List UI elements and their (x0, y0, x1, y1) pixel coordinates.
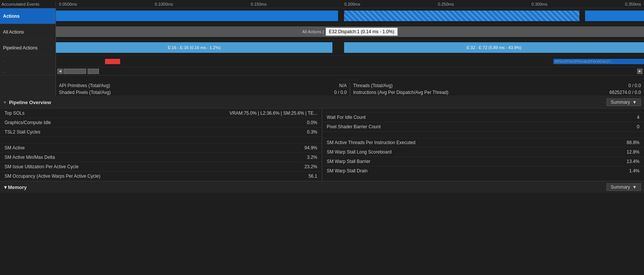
pipeline-pixel-barrier-row: Pixel Shader Barrier Count 0 (322, 122, 644, 132)
pipelined-content[interactable]: E:16 - E:16 (0.16 ms - 1.2%) E:32 - E:72… (56, 40, 644, 55)
pipeline-sm-issue-row: SM Issue Utilization Per Active Cycle 23… (0, 162, 322, 172)
mini-row: • RTVx:DTVx:DTVx:44:DTVx:DCVx:(?... (0, 56, 644, 67)
all-actions-content[interactable]: All Actions ( E32:Dispatch:1 (0.14 ms - … (56, 24, 644, 40)
all-actions-bar-text: All Actions ( (302, 29, 324, 34)
pipeline-tsl2-row: TSL2 Stall Cycles 0.3% (0, 128, 322, 137)
all-actions-bar: All Actions ( E32:Dispatch:1 (0.14 ms - … (56, 26, 644, 37)
actions-bar-striped (344, 11, 579, 21)
stat-api-primitives: API Primitives (Total/Avg) N/A (56, 82, 350, 89)
tick-5: 0.250ms (438, 2, 454, 6)
stats-grid: API Primitives (Total/Avg) N/A Shaded Pi… (56, 82, 644, 96)
pipeline-sm-delta-row: SM Active Min/Max Delta 3.2% (0, 153, 322, 162)
stat-threads: Threads (Total/Avg) 0 / 0.0 (350, 82, 644, 89)
actions-bar-solid (56, 11, 338, 21)
scrollbar-label: ... (0, 67, 56, 75)
pipeline-chevron-icon: ▼ (3, 100, 7, 104)
stats-left-label (0, 75, 56, 96)
actions-row: Actions (0, 8, 644, 24)
stat-shaded-pixels: Shaded Pixels (Total/Avg) 0 / 0.0 (56, 89, 350, 96)
pipeline-summary-dropdown[interactable]: Summary ▼ (607, 98, 641, 106)
actions-label[interactable]: Actions (0, 8, 56, 24)
pipeline-bar-2: E:32 - E:72 (5.89 ms - 43.9%) (344, 42, 644, 53)
memory-dropdown-chevron-icon: ▼ (632, 184, 637, 190)
pipeline-gfx-idle-row: Graphics/Compute Idle 0.0% (0, 118, 322, 128)
mini-red-bar (105, 59, 120, 64)
scroll-left-btn[interactable]: ◀ (57, 69, 63, 74)
pipeline-section-title: Pipeline Overview (9, 100, 51, 105)
mini-row-content: RTVx:DTVx:DTVx:44:DTVx:DCVx:(?... (56, 56, 644, 67)
scroll-thumb[interactable] (63, 69, 86, 74)
stats-container: ....... API Primitives (Total/Avg) N/A S… (0, 75, 644, 96)
actions-bar-right (585, 11, 644, 21)
pipeline-sm-occupancy-row: SM Occupancy (Active Warps Per Active Cy… (0, 172, 322, 181)
pipeline-sm-warp-barrier-row: SM Warp Stall Barrier 13.4% (322, 157, 644, 166)
pipeline-sm-active-row: SM Active 94.9% (0, 143, 322, 153)
pipeline-bar-1: E:16 - E:16 (0.16 ms - 1.2%) (56, 42, 332, 53)
tick-3: 0.150ms (251, 2, 267, 6)
tick-6: 0.300ms (531, 2, 547, 6)
tick-1: 0.0500ms (59, 2, 77, 6)
mini-blue-bar-right: RTVx:DTVx:DTVx:44:DTVx:DCVx:(?... (553, 59, 644, 64)
timeline-header-label: Accumulated Events (0, 2, 56, 6)
pipeline-left-col: Top SOLs VRAM:75.0% | L2:36.6% | SM:25.6… (0, 109, 322, 181)
pipeline-sm-warp-drain-row: SM Warp Stall Drain 1.4% (322, 166, 644, 175)
timeline-header: Accumulated Events 0.0500ms 0.1000ms 0.1… (0, 0, 644, 8)
pipeline-top-sols-row: Top SOLs VRAM:75.0% | L2:36.6% | SM:25.6… (0, 109, 322, 118)
stats-content: ....... API Primitives (Total/Avg) N/A S… (56, 75, 644, 96)
pipelined-label: Pipelined Actions (0, 40, 56, 55)
scroll-right-btn[interactable]: ▶ (637, 69, 642, 74)
stats-dots: ....... (56, 75, 644, 82)
pipeline-right-spacer-row (322, 132, 644, 138)
tick-4: 0.200ms (344, 2, 360, 6)
timeline-ticks: 0.0500ms 0.1000ms 0.150ms 0.200ms 0.250m… (56, 2, 644, 6)
pipeline-section-header: ▼ Pipeline Overview Summary ▼ (0, 96, 644, 109)
pipeline-sm-threads-row: SM Active Threads Per Instruction Execut… (322, 138, 644, 147)
scrollbar-content[interactable]: ◀ ▶ (56, 67, 644, 75)
pipeline-right-top-sols-row (322, 109, 644, 113)
dispatch-tooltip: E32:Dispatch:1 (0.14 ms - 1.0%) (326, 28, 398, 36)
scroll-right-small-btn[interactable] (88, 69, 99, 74)
pipeline-right-col: Wait For Idle Count 4 Pixel Shader Barri… (322, 109, 644, 181)
stats-left-col: API Primitives (Total/Avg) N/A Shaded Pi… (56, 82, 350, 96)
actions-content[interactable] (56, 8, 644, 24)
pipeline-data-grid: Top SOLs VRAM:75.0% | L2:36.6% | SM:25.6… (0, 109, 644, 181)
scrollbar-track: ◀ (57, 69, 99, 74)
tick-7: 0.350ms (625, 2, 641, 6)
mini-row-label: • (0, 56, 56, 67)
memory-section-header: ▼ Memory Summary ▼ (0, 181, 644, 193)
scrollbar-row: ... ◀ ▶ (0, 67, 644, 75)
pipeline-sm-warp-long-row: SM Warp Stall Long Scoreboard 12.8% (322, 147, 644, 157)
memory-chevron-icon: ▼ (3, 184, 8, 190)
stat-instructions: Instructions (Avg Per Dispatch/Avg Per T… (350, 89, 644, 96)
memory-section-title: Memory (8, 184, 27, 190)
pipeline-wait-idle-row: Wait For Idle Count 4 (322, 113, 644, 122)
pipelined-row: Pipelined Actions E:16 - E:16 (0.16 ms -… (0, 40, 644, 56)
stats-right-col: Threads (Total/Avg) 0 / 0.0 Instructions… (350, 82, 644, 96)
all-actions-label: All Actions (0, 24, 56, 40)
tick-2: 0.1000ms (155, 2, 173, 6)
pipeline-spacer-row (0, 137, 322, 143)
memory-summary-dropdown[interactable]: Summary ▼ (607, 183, 641, 191)
all-actions-row: All Actions All Actions ( E32:Dispatch:1… (0, 24, 644, 40)
dropdown-chevron-icon: ▼ (632, 100, 637, 105)
